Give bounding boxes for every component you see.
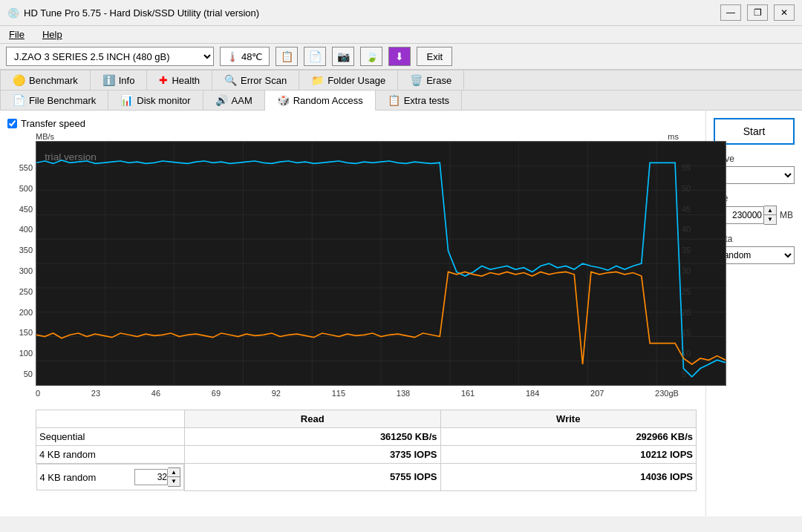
menu-help[interactable]: Help — [39, 27, 65, 42]
tab-folder-usage-label: Folder Usage — [327, 75, 385, 86]
info-icon: ℹ️ — [102, 74, 115, 86]
random-access-icon: 🎲 — [277, 94, 290, 106]
y-axis-left: 550 500 450 400 350 300 250 200 150 100 … — [7, 163, 36, 378]
4kb-random-label1: 4 KB random — [36, 446, 185, 464]
4kb-random-read2: 5755 IOPS — [185, 464, 441, 491]
app-icon: 💿 — [7, 7, 19, 19]
file-size-spin-buttons: ▲ ▼ — [764, 206, 777, 225]
tabs-row2: 📄 File Benchmark 📊 Disk monitor 🔊 AAM 🎲 … — [0, 91, 802, 111]
copy-button[interactable]: 📋 — [276, 47, 298, 66]
sequential-label: Sequential — [36, 428, 185, 446]
4kb-random-write2: 14036 IOPS — [440, 464, 697, 491]
axis-labels: MB/s ms — [7, 132, 698, 141]
y-axis-right: 55 50 45 40 35 30 25 20 15 10 5 — [679, 163, 698, 378]
leaf-button[interactable]: 🍃 — [360, 47, 382, 66]
copy2-button[interactable]: 📄 — [304, 47, 326, 66]
benchmark-icon: 🟡 — [13, 74, 25, 86]
restore-button[interactable]: ❐ — [747, 4, 768, 21]
tab-erase[interactable]: 🗑️ Erase — [398, 70, 464, 90]
file-benchmark-icon: 📄 — [13, 94, 25, 106]
tab-health[interactable]: ✚ Health — [147, 70, 212, 90]
drive-selector[interactable]: J.ZAO 3 SERIES 2.5 INCH (480 gB) — [6, 47, 214, 66]
file-size-up-button[interactable]: ▲ — [764, 206, 776, 215]
y-right-unit: ms — [668, 132, 679, 141]
menu-bar: File Help — [0, 26, 802, 44]
tab-disk-monitor[interactable]: 📊 Disk monitor — [108, 91, 203, 110]
4kb-random-read1: 3735 IOPS — [185, 446, 441, 464]
tab-random-access-label: Random Access — [293, 95, 363, 106]
temperature-display: 🌡️ 48℃ — [220, 47, 270, 66]
benchmark-chart: trial version — [36, 141, 726, 386]
table-row: Sequential 361250 KB/s 292966 KB/s — [36, 428, 697, 446]
extra-tests-icon: 📋 — [388, 94, 400, 106]
erase-icon: 🗑️ — [410, 74, 423, 86]
table-row: 4 KB random ▲ ▼ 5755 IOPS 14036 IOPS — [36, 464, 697, 491]
download-button[interactable]: ⬇ — [388, 47, 411, 66]
sequential-read: 361250 KB/s — [185, 428, 441, 446]
file-size-unit: MB — [780, 210, 793, 220]
tab-extra-tests-label: Extra tests — [404, 95, 449, 106]
transfer-speed-row: Transfer speed — [7, 118, 698, 129]
4kb-random-label2: 4 KB random ▲ ▼ — [36, 464, 185, 490]
disk-monitor-icon: 📊 — [120, 94, 133, 106]
tab-error-scan[interactable]: 🔍 Error Scan — [212, 70, 299, 90]
x-axis: 0 23 46 69 92 115 138 161 184 207 230gB — [36, 386, 679, 401]
main-content: Transfer speed MB/s ms 550 500 450 400 3… — [0, 111, 802, 516]
tabs-row1: 🟡 Benchmark ℹ️ Info ✚ Health 🔍 Error Sca… — [0, 70, 802, 91]
watermark-text: trial version — [45, 151, 96, 162]
exit-button[interactable]: Exit — [417, 47, 452, 66]
tab-folder-usage[interactable]: 📁 Folder Usage — [299, 70, 398, 90]
tab-disk-monitor-label: Disk monitor — [137, 95, 190, 106]
write-header: Write — [440, 410, 697, 428]
thermometer-icon: 🌡️ — [226, 51, 238, 62]
tab-info[interactable]: ℹ️ Info — [91, 70, 148, 90]
health-icon: ✚ — [159, 74, 168, 86]
tab-error-scan-label: Error Scan — [241, 75, 287, 86]
tab-file-benchmark[interactable]: 📄 File Benchmark — [0, 91, 108, 110]
tab-benchmark[interactable]: 🟡 Benchmark — [0, 70, 91, 90]
file-size-down-button[interactable]: ▼ — [764, 215, 776, 224]
queue-depth-input[interactable] — [134, 469, 168, 485]
chart-wrapper: 550 500 450 400 350 300 250 200 150 100 … — [7, 141, 698, 386]
title-bar: 💿 HD Tune Pro 5.75 - Hard Disk/SSD Utili… — [0, 0, 802, 26]
close-button[interactable]: ✕ — [774, 4, 795, 21]
tab-erase-label: Erase — [426, 75, 451, 86]
sequential-write: 292966 KB/s — [440, 428, 697, 446]
tab-info-label: Info — [119, 75, 135, 86]
4kb-random-write1: 10212 IOPS — [440, 446, 697, 464]
minimize-button[interactable]: — — [720, 4, 741, 21]
aam-icon: 🔊 — [215, 94, 228, 106]
window-controls: — ❐ ✕ — [720, 4, 795, 21]
transfer-speed-text: Transfer speed — [21, 118, 85, 129]
tab-aam[interactable]: 🔊 AAM — [203, 91, 265, 110]
read-header: Read — [185, 410, 441, 428]
queue-spinner: ▲ ▼ — [134, 467, 180, 487]
folder-usage-icon: 📁 — [311, 74, 324, 86]
error-scan-icon: 🔍 — [224, 74, 237, 86]
tab-benchmark-label: Benchmark — [29, 75, 78, 86]
table-row: 4 KB random 3735 IOPS 10212 IOPS — [36, 446, 697, 464]
window-title: HD Tune Pro 5.75 - Hard Disk/SSD Utility… — [24, 7, 259, 19]
results-table: Read Write Sequential 361250 KB/s 292966… — [36, 410, 697, 491]
tab-file-benchmark-label: File Benchmark — [29, 95, 96, 106]
title-text: 💿 HD Tune Pro 5.75 - Hard Disk/SSD Utili… — [7, 7, 259, 19]
tab-extra-tests[interactable]: 📋 Extra tests — [376, 91, 462, 110]
queue-down-button[interactable]: ▼ — [168, 477, 180, 486]
transfer-speed-checkbox[interactable] — [7, 119, 17, 128]
temperature-value: 48℃ — [241, 51, 263, 62]
chart-area: Transfer speed MB/s ms 550 500 450 400 3… — [0, 111, 705, 516]
tab-health-label: Health — [172, 75, 200, 86]
tab-aam-label: AAM — [232, 95, 252, 106]
toolbar: J.ZAO 3 SERIES 2.5 INCH (480 gB) 🌡️ 48℃ … — [0, 44, 802, 70]
menu-file[interactable]: File — [6, 27, 27, 42]
y-left-unit: MB/s — [36, 132, 54, 141]
queue-spin-buttons: ▲ ▼ — [168, 467, 180, 487]
camera-button[interactable]: 📷 — [332, 47, 354, 66]
queue-up-button[interactable]: ▲ — [168, 468, 180, 477]
tab-random-access[interactable]: 🎲 Random Access — [265, 91, 376, 111]
